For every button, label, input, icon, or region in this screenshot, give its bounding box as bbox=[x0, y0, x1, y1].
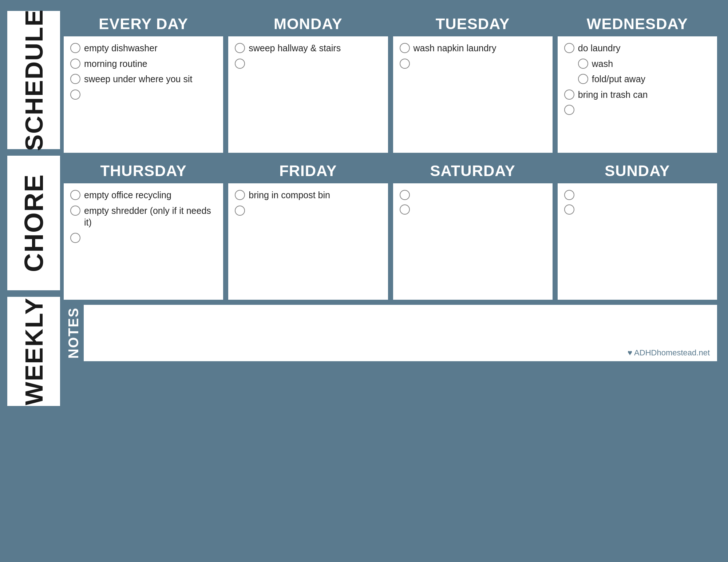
list-item: sweep hallway & stairs bbox=[235, 42, 381, 54]
list-item bbox=[235, 205, 381, 216]
attribution-text: ADHDhomestead.net bbox=[634, 348, 710, 358]
sidebar-weekly-label: WEEKLY bbox=[7, 297, 60, 406]
wednesday-body: do laundry wash fold/put away bring in t… bbox=[558, 36, 717, 153]
friday-card: FRIDAY bring in compost bin bbox=[228, 158, 388, 300]
thursday-card: THURSDAY empty office recycling empty sh… bbox=[64, 158, 223, 300]
checkbox-icon[interactable] bbox=[400, 43, 410, 53]
saturday-card: SATURDAY bbox=[393, 158, 553, 300]
middle-row: THURSDAY empty office recycling empty sh… bbox=[64, 158, 717, 300]
wednesday-header: WEDNESDAY bbox=[558, 11, 717, 36]
list-item: sweep under where you sit bbox=[70, 73, 217, 85]
every-day-header: EVERY DAY bbox=[64, 11, 223, 36]
monday-header: MONDAY bbox=[228, 11, 388, 36]
main-content: EVERY DAY empty dishwasher morning routi… bbox=[64, 11, 717, 551]
thursday-body: empty office recycling empty shredder (o… bbox=[64, 183, 223, 300]
checkbox-icon[interactable] bbox=[578, 59, 588, 69]
list-item bbox=[400, 189, 546, 200]
list-item: empty office recycling bbox=[70, 189, 217, 201]
checkbox-icon[interactable] bbox=[70, 206, 80, 216]
checkbox-icon[interactable] bbox=[400, 190, 410, 200]
list-item bbox=[564, 204, 711, 215]
list-item bbox=[70, 232, 217, 243]
list-item bbox=[235, 58, 381, 69]
monday-body: sweep hallway & stairs bbox=[228, 36, 388, 153]
notes-row: NOTES ♥ ADHDhomestead.net bbox=[64, 305, 717, 361]
sunday-header: SUNDAY bbox=[558, 158, 717, 183]
chore-text: morning routine bbox=[84, 58, 147, 70]
sunday-body bbox=[558, 183, 717, 300]
checkbox-icon[interactable] bbox=[564, 190, 574, 200]
list-item: do laundry bbox=[564, 42, 711, 54]
sunday-title: SUNDAY bbox=[605, 162, 670, 179]
chore-text: empty office recycling bbox=[84, 189, 171, 201]
list-item bbox=[564, 104, 711, 115]
checkbox-icon[interactable] bbox=[235, 190, 245, 200]
saturday-body bbox=[393, 183, 553, 300]
tuesday-header: TUESDAY bbox=[393, 11, 553, 36]
list-item: bring in trash can bbox=[564, 89, 711, 101]
list-item bbox=[70, 89, 217, 100]
list-item: bring in compost bin bbox=[235, 189, 381, 201]
list-item: wash napkin laundry bbox=[400, 42, 546, 54]
sidebar-chore-label: CHORE bbox=[7, 156, 60, 290]
checkbox-icon[interactable] bbox=[235, 206, 245, 216]
list-item: fold/put away bbox=[564, 73, 711, 85]
chore-text: empty dishwasher bbox=[84, 42, 157, 54]
chore-text: do laundry bbox=[578, 42, 621, 54]
tuesday-title: TUESDAY bbox=[436, 15, 510, 32]
sidebar-schedule-label: SCHEDULE bbox=[7, 11, 60, 149]
every-day-title: EVERY DAY bbox=[99, 15, 188, 32]
heart-icon: ♥ bbox=[628, 348, 632, 358]
list-item: empty dishwasher bbox=[70, 42, 217, 54]
list-item bbox=[400, 58, 546, 69]
checkbox-icon[interactable] bbox=[400, 59, 410, 69]
friday-body: bring in compost bin bbox=[228, 183, 388, 300]
list-item: morning routine bbox=[70, 58, 217, 70]
checkbox-icon[interactable] bbox=[70, 59, 80, 69]
wednesday-title: WEDNESDAY bbox=[587, 15, 688, 32]
notes-label-container: NOTES bbox=[64, 305, 84, 361]
checkbox-icon[interactable] bbox=[564, 204, 574, 215]
notes-content: ♥ ADHDhomestead.net bbox=[84, 305, 717, 361]
sunday-card: SUNDAY bbox=[558, 158, 717, 300]
checkbox-icon[interactable] bbox=[70, 233, 80, 243]
top-row: EVERY DAY empty dishwasher morning routi… bbox=[64, 11, 717, 153]
chore-text: sweep hallway & stairs bbox=[249, 42, 341, 54]
every-day-body: empty dishwasher morning routine sweep u… bbox=[64, 36, 223, 153]
friday-header: FRIDAY bbox=[228, 158, 388, 183]
checkbox-icon[interactable] bbox=[70, 74, 80, 84]
checkbox-icon[interactable] bbox=[70, 43, 80, 53]
notes-label: NOTES bbox=[66, 307, 82, 359]
thursday-title: THURSDAY bbox=[100, 162, 186, 179]
chore-text: wash napkin laundry bbox=[414, 42, 496, 54]
monday-card: MONDAY sweep hallway & stairs bbox=[228, 11, 388, 153]
friday-title: FRIDAY bbox=[279, 162, 337, 179]
checkbox-icon[interactable] bbox=[235, 43, 245, 53]
checkbox-icon[interactable] bbox=[235, 59, 245, 69]
tuesday-card: TUESDAY wash napkin laundry bbox=[393, 11, 553, 153]
checkbox-icon[interactable] bbox=[70, 89, 80, 100]
checkbox-icon[interactable] bbox=[564, 89, 574, 100]
saturday-title: SATURDAY bbox=[430, 162, 515, 179]
chore-text: fold/put away bbox=[592, 73, 645, 85]
chore-text: wash bbox=[592, 58, 613, 70]
wednesday-card: WEDNESDAY do laundry wash fold/put away bbox=[558, 11, 717, 153]
thursday-header: THURSDAY bbox=[64, 158, 223, 183]
attribution: ♥ ADHDhomestead.net bbox=[628, 348, 710, 358]
sidebar: SCHEDULE CHORE WEEKLY bbox=[7, 11, 64, 551]
chore-text: bring in trash can bbox=[578, 89, 648, 101]
checkbox-icon[interactable] bbox=[400, 204, 410, 215]
checkbox-icon[interactable] bbox=[564, 43, 574, 53]
chore-text: bring in compost bin bbox=[249, 189, 330, 201]
list-item: wash bbox=[564, 58, 711, 70]
tuesday-body: wash napkin laundry bbox=[393, 36, 553, 153]
page: SCHEDULE CHORE WEEKLY EVERY DAY empty di… bbox=[0, 0, 728, 562]
list-item bbox=[564, 189, 711, 200]
saturday-header: SATURDAY bbox=[393, 158, 553, 183]
checkbox-icon[interactable] bbox=[70, 190, 80, 200]
checkbox-icon[interactable] bbox=[564, 105, 574, 115]
monday-title: MONDAY bbox=[274, 15, 343, 32]
list-item: empty shredder (only if it needs it) bbox=[70, 205, 217, 228]
checkbox-icon[interactable] bbox=[578, 74, 588, 84]
list-item bbox=[400, 204, 546, 215]
